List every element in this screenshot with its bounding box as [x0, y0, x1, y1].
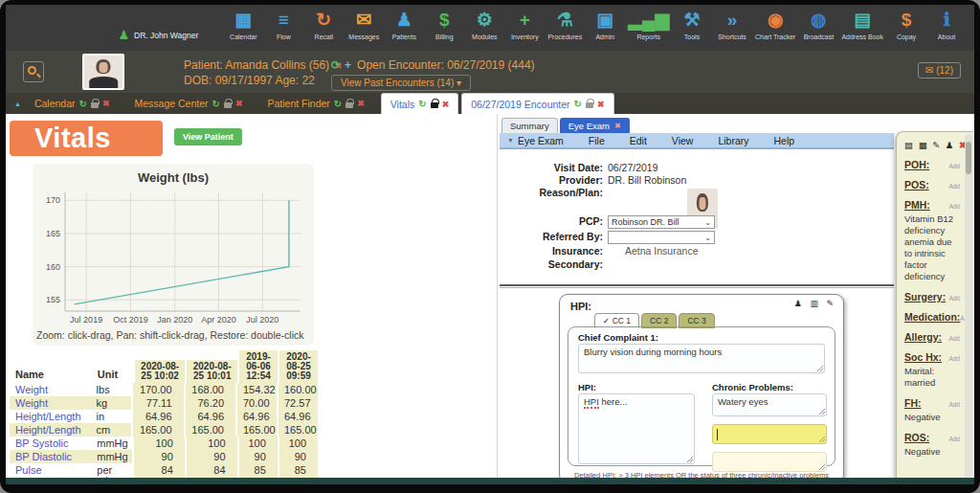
- vital-name-link[interactable]: Weight: [10, 396, 91, 410]
- tab-lock-icon[interactable]: [586, 102, 593, 108]
- weight-line-chart[interactable]: 155160165170Jul 2019Oct 2019Jan 2020Apr …: [36, 187, 310, 328]
- toolbar-button[interactable]: ▤ Address Book: [838, 8, 886, 41]
- history-section-label[interactable]: ROS:: [904, 432, 929, 443]
- chronic-problems-textarea[interactable]: Watery eyes: [712, 393, 827, 416]
- toolbar-button[interactable]: ▂▄▆ Reports: [625, 8, 672, 41]
- trash-icon[interactable]: ▥: [810, 299, 818, 308]
- chief-complaint-textarea[interactable]: Blurry vision during morning hours: [578, 344, 825, 373]
- toolbar-button[interactable]: ◉ Chart Tracker: [752, 8, 798, 41]
- menu-item[interactable]: Edit: [630, 135, 647, 146]
- procedures-icon: ⚗: [547, 8, 582, 33]
- edit-pencil-icon[interactable]: ✎: [826, 299, 834, 308]
- vital-name-link[interactable]: BP Diastolic: [10, 450, 91, 463]
- view-past-encounters-button[interactable]: View Past Encounters (14) ▾: [331, 75, 471, 91]
- menu-title[interactable]: Eye Exam: [518, 135, 564, 146]
- tab-refresh-icon[interactable]: ↻: [79, 99, 87, 109]
- history-section-label[interactable]: Medication:: [904, 311, 960, 323]
- records-stack-icon[interactable]: ▦: [919, 140, 927, 150]
- toolbar-button[interactable]: + Inventory: [504, 8, 545, 41]
- referred-by-select[interactable]: ⌄: [608, 231, 715, 244]
- history-section-label[interactable]: Surgery:: [904, 291, 946, 303]
- view-patient-button[interactable]: View Patient: [174, 128, 242, 146]
- toolbar-button[interactable]: ↻ Recall: [303, 8, 344, 41]
- history-add-link[interactable]: Add: [948, 355, 960, 362]
- workspace-tab[interactable]: Calendar ↻ ✖: [26, 93, 119, 114]
- sidebar-scrollbar[interactable]: [965, 134, 972, 482]
- vital-value: 90: [278, 450, 318, 463]
- history-add-link[interactable]: Add: [948, 295, 960, 302]
- tab-close-icon[interactable]: ✖: [597, 100, 605, 109]
- tab-refresh-icon[interactable]: ↻: [334, 99, 342, 109]
- history-section-label[interactable]: POS:: [904, 179, 929, 190]
- patient-search-button[interactable]: [23, 61, 44, 82]
- toolbar-button[interactable]: ◍ Broadcast: [798, 8, 838, 41]
- tab-close-icon[interactable]: ✖: [357, 99, 365, 108]
- chronic-problems-textarea-2[interactable]: [712, 424, 827, 444]
- patient-photo[interactable]: [82, 54, 124, 90]
- assign-icon[interactable]: ♟: [794, 299, 802, 308]
- toolbar-button[interactable]: ⚙ Modules: [464, 8, 504, 41]
- workspace-tab[interactable]: Message Center ↻ ✖: [126, 93, 252, 114]
- tab-lock-icon[interactable]: [91, 102, 99, 108]
- toolbar-button[interactable]: $ Copay: [886, 8, 926, 41]
- vital-name-link[interactable]: Weight: [10, 383, 91, 396]
- toolbar-button[interactable]: ≡ Flow: [263, 8, 303, 41]
- tab-refresh-icon[interactable]: ↻: [212, 99, 220, 109]
- export-person-icon[interactable]: ♟: [946, 140, 954, 150]
- chronic-problems-textarea-3[interactable]: [712, 452, 827, 472]
- vital-name-link[interactable]: Height/Length: [10, 423, 91, 437]
- menu-item[interactable]: Help: [774, 135, 795, 146]
- encounter-tab[interactable]: Summary ✖: [501, 118, 558, 133]
- history-add-link[interactable]: Add: [948, 401, 960, 408]
- toolbar-button[interactable]: ✉ Messages: [344, 8, 384, 41]
- refresh-encounter-icon[interactable]: ⟳: [331, 58, 341, 72]
- workspace-tab[interactable]: 06/27/2019 Encounter ↻ ✖: [461, 93, 613, 114]
- add-encounter-icon[interactable]: +: [345, 58, 351, 72]
- tab-scroll-icon[interactable]: ▲: [10, 101, 26, 107]
- menu-filter-icon[interactable]: ▼: [500, 137, 518, 144]
- toolbar-button[interactable]: ℹ About: [926, 8, 967, 41]
- messages-count-button[interactable]: ✉ (12): [918, 62, 961, 78]
- history-add-link[interactable]: Add: [948, 183, 960, 190]
- history-add-link[interactable]: Add: [948, 335, 960, 342]
- toolbar-button[interactable]: ⚒ Tools: [672, 8, 712, 41]
- history-section-label[interactable]: Allergy:: [904, 331, 942, 343]
- tab-close-icon[interactable]: ✖: [235, 99, 243, 108]
- history-add-link[interactable]: Add: [948, 436, 960, 442]
- tab-close-icon[interactable]: ✖: [442, 100, 450, 109]
- history-section-label[interactable]: FH:: [904, 397, 922, 409]
- logged-in-user[interactable]: ♟ DR. John Wagner: [118, 29, 223, 41]
- toolbar-button[interactable]: » Shortcuts: [712, 8, 752, 41]
- toolbar-button[interactable]: ▣ Admin: [585, 8, 625, 41]
- workspace-tab[interactable]: Patient Finder ↻ ✖: [258, 93, 372, 114]
- tab-refresh-icon[interactable]: ↻: [418, 99, 426, 109]
- menu-item[interactable]: View: [672, 135, 694, 146]
- history-section-label[interactable]: PMH:: [904, 199, 930, 211]
- history-section-label[interactable]: POH:: [904, 159, 929, 170]
- workspace-tab[interactable]: Vitals ↻ ✖: [381, 93, 458, 114]
- history-add-link[interactable]: Add: [948, 163, 960, 169]
- menu-item[interactable]: File: [589, 135, 605, 146]
- scrollbar-thumb[interactable]: [966, 142, 971, 174]
- toolbar-button[interactable]: ⚗ Procedures: [545, 8, 585, 41]
- toolbar-button[interactable]: ▦ Calendar: [223, 8, 263, 41]
- hpi-textarea[interactable]: HPI here...: [578, 393, 695, 464]
- vital-name-link[interactable]: BP Systolic: [10, 437, 91, 450]
- vitals-table-header: Name Unit 2020-08-25 10:02 2020-08-25 10…: [10, 350, 318, 383]
- tab-close-icon[interactable]: ✖: [102, 99, 110, 108]
- toolbar-button[interactable]: $ Billing: [424, 8, 464, 41]
- vital-name-link[interactable]: Height/Length: [10, 410, 91, 423]
- history-section-label[interactable]: Soc Hx:: [904, 351, 942, 363]
- edit-pencil-icon[interactable]: ✎: [932, 140, 940, 150]
- encounter-tab-close-icon[interactable]: ✖: [614, 122, 621, 130]
- menu-item[interactable]: Library: [718, 135, 748, 146]
- tab-lock-icon[interactable]: [224, 102, 232, 108]
- encounter-tab[interactable]: Eye Exam ✖: [560, 118, 630, 133]
- toolbar-button[interactable]: ♟ Patients: [384, 8, 424, 41]
- document-icon[interactable]: ▤: [904, 140, 913, 150]
- tab-lock-icon[interactable]: [431, 102, 438, 108]
- pcp-select[interactable]: Robinson DR. Bill⌄: [608, 215, 715, 229]
- tab-lock-icon[interactable]: [345, 102, 353, 108]
- history-add-link[interactable]: Add: [948, 203, 960, 210]
- tab-refresh-icon[interactable]: ↻: [574, 99, 582, 109]
